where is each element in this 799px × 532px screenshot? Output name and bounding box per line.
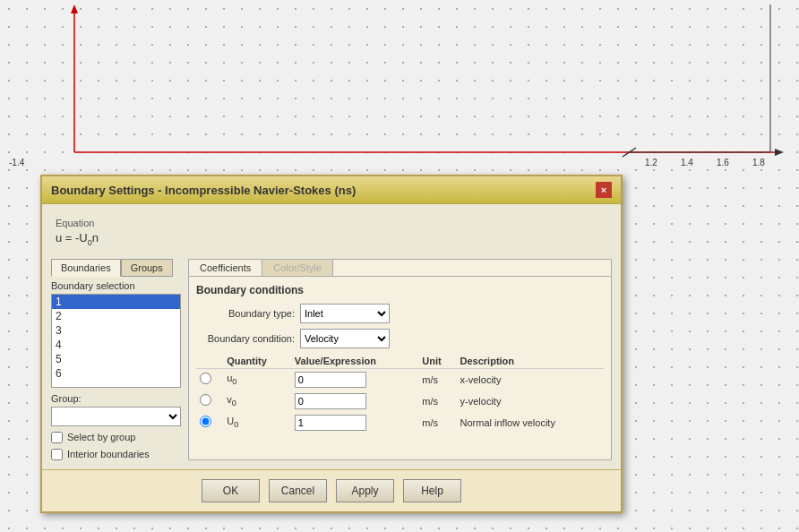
left-panel: Boundaries Groups Boundary selection 1 2…	[51, 259, 181, 460]
group-select[interactable]	[51, 407, 181, 426]
desc-v0: y-velocity	[457, 390, 604, 412]
apply-button[interactable]: Apply	[336, 479, 394, 502]
qty-u0: u0	[223, 368, 291, 390]
interior-boundaries-label: Interior boundaries	[67, 449, 150, 459]
desc-u0: x-velocity	[457, 368, 604, 390]
radio-u0[interactable]	[200, 373, 211, 384]
equation-section: Equation u = -U0n	[51, 213, 612, 252]
equation-formula: u = -U0n	[56, 231, 607, 247]
boundary-item-2[interactable]: 2	[52, 309, 180, 323]
dialog-title: Boundary Settings - Incompressible Navie…	[51, 184, 356, 197]
main-content: Boundaries Groups Boundary selection 1 2…	[51, 259, 612, 460]
col-unit: Unit	[418, 354, 456, 369]
boundary-condition-row: Boundary condition: Velocity Pressure No…	[196, 329, 604, 348]
boundary-selection-label: Boundary selection	[51, 280, 181, 291]
unit-v0: m/s	[418, 390, 456, 412]
radio-v0[interactable]	[200, 394, 211, 406]
left-tab-bar: Boundaries Groups	[51, 259, 181, 277]
col-radio	[196, 354, 223, 369]
table-row: v0 m/s y-velocity	[196, 390, 604, 412]
table-row: u0 m/s x-velocity	[196, 368, 604, 390]
boundary-settings-dialog: Boundary Settings - Incompressible Navie…	[40, 175, 623, 513]
tab-coefficients[interactable]: Coefficients	[189, 260, 262, 276]
interior-boundaries-checkbox[interactable]	[51, 449, 63, 460]
help-button[interactable]: Help	[403, 479, 461, 502]
boundary-item-3[interactable]: 3	[52, 323, 180, 338]
boundary-condition-select[interactable]: Velocity Pressure No-slip	[300, 329, 390, 348]
value-u0[interactable]	[295, 372, 366, 388]
select-by-group-checkbox[interactable]	[51, 432, 63, 443]
boundary-condition-label: Boundary condition:	[196, 333, 295, 344]
boundary-list[interactable]: 1 2 3 4 5 6	[51, 294, 181, 388]
dialog-body: Equation u = -U0n Boundaries Groups Boun…	[42, 204, 621, 469]
desc-U0: Normal inflow velocity	[457, 412, 604, 433]
select-by-group-label: Select by group	[67, 432, 135, 442]
qty-v0: v0	[223, 390, 291, 412]
ok-button[interactable]: OK	[202, 479, 260, 502]
cancel-button[interactable]: Cancel	[269, 479, 327, 502]
dialog-titlebar: Boundary Settings - Incompressible Navie…	[42, 176, 621, 204]
boundary-type-select[interactable]: Inlet Outlet Wall Symmetry	[300, 304, 390, 323]
interior-boundaries-row: Interior boundaries	[51, 449, 181, 460]
qty-U0: U0	[223, 412, 291, 433]
boundary-type-row: Boundary type: Inlet Outlet Wall Symmetr…	[196, 304, 604, 323]
unit-u0: m/s	[418, 368, 456, 390]
unit-U0: m/s	[418, 412, 456, 433]
equation-label: Equation	[56, 218, 607, 228]
quantity-table: Quantity Value/Expression Unit Descripti…	[196, 354, 604, 433]
boundary-item-1[interactable]: 1	[52, 295, 180, 309]
right-content: Boundary conditions Boundary type: Inlet…	[189, 277, 611, 441]
select-by-group-row: Select by group	[51, 432, 181, 443]
right-tab-bar: Coefficients Color/Style	[189, 260, 611, 277]
close-button[interactable]: ×	[596, 182, 612, 198]
radio-U0[interactable]	[200, 416, 211, 427]
group-label: Group:	[51, 393, 181, 404]
boundary-item-6[interactable]: 6	[52, 366, 180, 381]
value-v0[interactable]	[295, 393, 366, 409]
col-quantity: Quantity	[223, 354, 291, 369]
boundary-type-label: Boundary type:	[196, 308, 295, 319]
right-panel: Coefficients Color/Style Boundary condit…	[188, 259, 612, 460]
tab-groups[interactable]: Groups	[121, 259, 173, 277]
dialog-footer: OK Cancel Apply Help	[42, 469, 621, 511]
tab-boundaries[interactable]: Boundaries	[51, 259, 121, 277]
boundary-item-5[interactable]: 5	[52, 352, 180, 366]
boundary-item-4[interactable]: 4	[52, 338, 180, 352]
table-row: U0 m/s Normal inflow velocity	[196, 412, 604, 433]
col-description: Description	[457, 354, 604, 369]
boundary-conditions-title: Boundary conditions	[196, 284, 604, 296]
value-U0[interactable]	[295, 415, 366, 431]
tab-color-style: Color/Style	[262, 260, 333, 276]
col-value: Value/Expression	[291, 354, 418, 369]
